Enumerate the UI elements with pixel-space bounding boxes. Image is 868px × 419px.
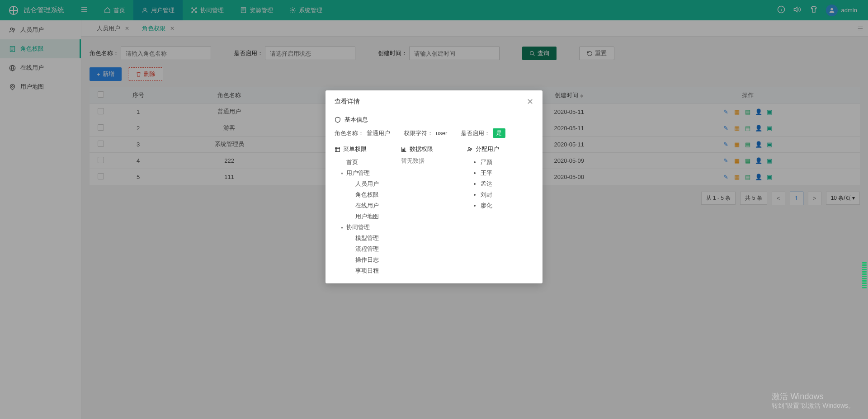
assigned-users-title: 分配用户 — [467, 145, 533, 153]
tree-node[interactable]: 事项日程 — [335, 265, 398, 274]
assigned-user: 王平 — [481, 168, 533, 179]
svg-point-19 — [468, 147, 470, 149]
modal-enabled-badge: 是 — [493, 128, 505, 138]
assigned-user: 孟达 — [481, 179, 533, 189]
data-perm-title: 数据权限 — [401, 145, 467, 153]
sound-indicator — [862, 262, 867, 298]
svg-point-20 — [471, 148, 472, 149]
data-perm-empty: 暂无数据 — [401, 157, 467, 165]
detail-modal: 查看详情 ✕ 基本信息 角色名称：普通用户 权限字符：user 是否启用：是 菜… — [326, 90, 542, 283]
menu-tree[interactable]: 首页▾用户管理人员用户角色权限在线用户用户地图▾协同管理模型管理流程管理操作日志… — [335, 157, 401, 274]
basic-info-title: 基本信息 — [335, 116, 533, 124]
assigned-user: 刘封 — [481, 189, 533, 200]
tree-node[interactable]: 用户地图 — [335, 211, 398, 222]
modal-title: 查看详情 — [335, 98, 360, 106]
tree-node[interactable]: 角色权限 — [335, 189, 398, 200]
tree-node[interactable]: 在线用户 — [335, 200, 398, 211]
tree-node[interactable]: 模型管理 — [335, 233, 398, 244]
modal-perm-value: user — [436, 130, 447, 137]
modal-role-value: 普通用户 — [367, 129, 390, 137]
svg-rect-16 — [335, 147, 340, 151]
menu-perm-title: 菜单权限 — [335, 145, 401, 153]
modal-enabled-label: 是否启用： — [461, 129, 490, 137]
tree-node[interactable]: ▾协同管理 — [335, 222, 398, 233]
assigned-user: 严颜 — [481, 157, 533, 168]
modal-close-button[interactable]: ✕ — [527, 97, 533, 107]
tree-node[interactable]: 流程管理 — [335, 244, 398, 254]
svg-rect-18 — [404, 148, 405, 151]
svg-rect-17 — [402, 149, 403, 151]
assigned-user-list: 严颜王平孟达刘封廖化 — [467, 157, 533, 211]
tree-node[interactable]: 操作日志 — [335, 254, 398, 265]
tree-node[interactable]: 人员用户 — [335, 179, 398, 189]
assigned-user: 廖化 — [481, 200, 533, 211]
modal-role-label: 角色名称： — [335, 129, 364, 137]
modal-overlay[interactable]: 查看详情 ✕ 基本信息 角色名称：普通用户 权限字符：user 是否启用：是 菜… — [0, 0, 868, 419]
modal-perm-label: 权限字符： — [404, 129, 433, 137]
tree-node[interactable]: 首页 — [335, 157, 398, 168]
tree-node[interactable]: ▾用户管理 — [335, 168, 398, 179]
